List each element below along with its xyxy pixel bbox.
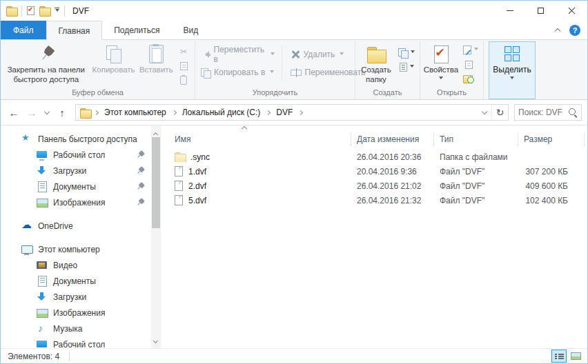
maximize-button[interactable] [525,1,556,21]
sidebar-item[interactable]: Рабочий стол [1,147,161,163]
close-button[interactable] [556,1,587,21]
forward-button[interactable]: → [24,104,39,121]
check-glyph: ✔ [28,6,33,13]
table-row[interactable]: 2.dvf 26.04.2016 21:02 Файл "DVF" 409 60… [161,179,587,193]
paste-button[interactable]: Вставить [137,42,175,74]
file-list-area: Имя Дата изменения Тип Размер .sync 26.0… [161,125,587,348]
sidebar-item-this-pc[interactable]: Этот компьютер [1,241,161,257]
sidebar-item[interactable]: Музыка [1,321,161,336]
sidebar-scrollbar[interactable] [151,125,161,348]
copy-button[interactable]: Копировать [90,42,137,74]
quick-access-toolbar: ✔ DVF [6,6,89,17]
edit-button[interactable] [462,43,480,57]
back-button[interactable]: ← [6,104,21,121]
tab-file[interactable]: Файл [1,21,46,39]
table-row[interactable]: 1.dvf 20.04.2016 9:36 Файл "DVF" 307 200… [161,164,587,179]
breadcrumb-item[interactable]: Локальный диск (C:) [177,108,266,117]
sidebar-item[interactable]: Рабочий стол [1,336,161,348]
chevron-down-icon [439,77,443,81]
downloads-icon [37,292,48,303]
file-date: 20.04.2016 9:36 [351,167,434,176]
title-bar: ✔ DVF [1,1,587,21]
new-folder-button[interactable]: Создать папку [357,42,395,84]
videos-icon [37,260,48,271]
sidebar-item[interactable]: Изображения [1,194,161,210]
customize-bar [55,8,59,8]
properties-button[interactable]: ✔ Свойства [422,42,460,81]
search-input[interactable] [518,108,568,117]
sidebar-item-onedrive[interactable]: OneDrive [1,218,161,234]
table-row[interactable]: .sync 26.04.2016 20:36 Папка с файлами [161,150,587,164]
address-dropdown-button[interactable] [478,105,491,120]
tab-share[interactable]: Поделиться [102,21,171,39]
easy-access-icon [400,63,407,72]
tab-view[interactable]: Вид [171,21,210,39]
paste-shortcut-button[interactable] [177,74,190,87]
chevron-down-icon [55,9,59,14]
move-to-icon [201,50,210,59]
copy-to-button[interactable]: Копировать в [197,63,279,81]
help-icon[interactable]: ? [569,25,580,36]
new-item-button[interactable] [397,46,416,59]
thumbnails-view-button[interactable] [568,350,583,363]
sidebar-item-quick-access[interactable]: Панель быстрого доступа [1,131,161,147]
sidebar-item[interactable]: Изображения [1,305,161,321]
move-to-button[interactable]: Переместить в [197,46,279,63]
file-name: .sync [190,152,210,162]
table-row[interactable]: 5.dvf 26.04.2016 21:32 Файл "DVF" 102 40… [161,193,587,208]
sort-ascending-icon [242,126,247,132]
collapse-ribbon-icon[interactable] [555,28,560,34]
file-name: 1.dvf [188,167,206,176]
refresh-button[interactable]: ↻ [491,105,508,120]
new-folder-qat-icon[interactable] [39,6,50,15]
sidebar-item[interactable]: Загрузки [1,163,161,179]
status-bar: Элементов: 4 [1,348,587,363]
ribbon-group-open: ✔ Свойства Открыть [420,41,484,99]
file-size: 307 200 КБ [518,167,568,176]
recent-locations-button[interactable] [42,104,52,121]
cut-button[interactable]: ✂ [177,45,190,58]
explorer-window: ✔ DVF Файл Главная Поделиться Вид ? [0,0,588,364]
scroll-down-icon[interactable] [154,335,157,345]
details-view-button[interactable] [551,350,567,363]
search-icon [568,108,578,117]
sidebar-item[interactable]: Видео [1,257,161,273]
tab-home[interactable]: Главная [46,21,103,40]
sidebar-item[interactable]: Документы [1,179,161,194]
this-pc-icon [21,244,32,255]
customize-qat-button[interactable] [55,8,59,14]
column-header-size[interactable]: Размер [518,132,585,146]
breadcrumb: Этот компьютер Локальный диск (C:) DVF [99,108,478,117]
copy-to-icon [201,68,210,77]
clipboard-icon [149,45,164,63]
column-header-name[interactable]: Имя [161,132,351,146]
breadcrumb-item[interactable]: DVF [271,108,297,117]
pictures-icon [37,197,48,208]
pushpin-icon [34,42,58,66]
copy-path-button[interactable] [177,59,190,72]
minimize-button[interactable] [494,1,525,21]
paste-shortcut-icon [180,76,187,85]
search-box[interactable] [514,104,582,121]
sidebar-item[interactable]: Загрузки [1,289,161,305]
address-bar[interactable]: Этот компьютер Локальный диск (C:) DVF ↻ [75,104,509,121]
column-header-type[interactable]: Тип [434,132,518,146]
column-header-date[interactable]: Дата изменения [351,132,434,146]
chevron-down-icon [44,109,50,114]
pin-to-quick-access-button[interactable]: Закрепить на панели быстрого доступа [2,42,90,84]
open-button[interactable] [462,58,476,71]
properties-qat-icon[interactable]: ✔ [27,6,35,15]
main-area: Панель быстрого доступа Рабочий стол Заг… [1,125,587,348]
select-button[interactable]: Выделить [489,41,536,99]
history-button[interactable] [462,72,476,85]
easy-access-button[interactable] [397,61,416,74]
breadcrumb-item[interactable]: Этот компьютер [99,108,171,117]
scrollbar-thumb[interactable] [152,137,160,228]
sidebar-item[interactable]: Документы [1,273,161,289]
up-button[interactable]: ↑ [55,104,70,121]
file-icon [175,166,183,176]
group-label-create: Создать [355,88,420,99]
chevron-down-icon [340,52,344,57]
pin-icon [135,150,146,161]
separator [69,352,70,361]
